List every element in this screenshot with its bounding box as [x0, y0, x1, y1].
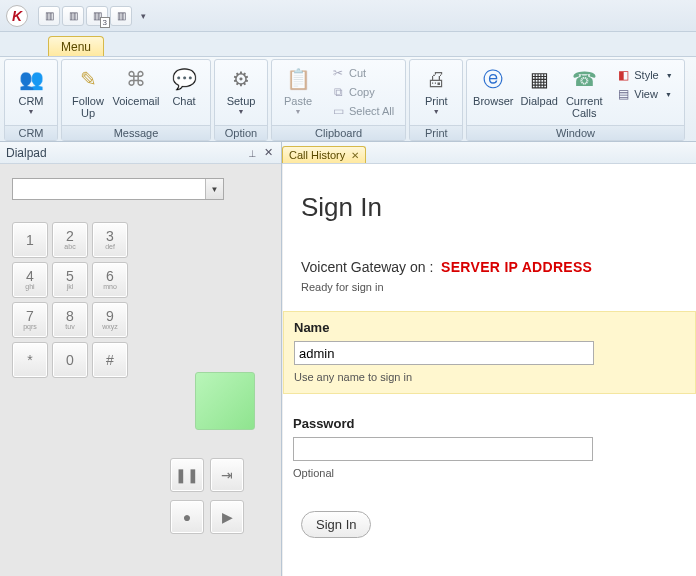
currentcalls-button[interactable]: ☎ Current Calls [561, 62, 607, 124]
key-5[interactable]: 5jkl [52, 262, 88, 298]
group-label-print: Print [410, 125, 462, 140]
tab-call-history[interactable]: Call History ✕ [282, 146, 366, 163]
page-title: Sign In [301, 192, 678, 223]
tab-menu[interactable]: Menu [48, 36, 104, 56]
setup-label: Setup [227, 95, 256, 107]
chat-button[interactable]: 💬 Chat [160, 62, 208, 124]
group-label-clipboard: Clipboard [272, 125, 405, 140]
close-icon[interactable]: ✕ [261, 146, 275, 159]
content-panel: Call History ✕ Sign In Voicent Gateway o… [282, 142, 696, 576]
group-label-message: Message [62, 125, 210, 140]
paste-label: Paste [284, 95, 312, 107]
qat-button-4[interactable]: ▥ [110, 6, 132, 26]
signin-page: Sign In Voicent Gateway on : SERVER IP A… [282, 164, 696, 576]
password-hint: Optional [293, 467, 686, 479]
voicemail-label: Voicemail [112, 95, 159, 107]
dialpad-icon: ▦ [525, 65, 553, 93]
followup-button[interactable]: ✎ Follow Up [64, 62, 112, 124]
select-icon: ▭ [331, 104, 345, 118]
signin-button[interactable]: Sign In [301, 511, 371, 538]
chat-icon: 💬 [170, 65, 198, 93]
cut-button[interactable]: ✂Cut [326, 64, 399, 82]
voicemail-icon: ⌘ [122, 65, 150, 93]
group-option: ⚙ Setup ▼ Option [214, 59, 268, 141]
voicemail-button[interactable]: ⌘ Voicemail [112, 62, 160, 124]
key-*[interactable]: * [12, 342, 48, 378]
dialpad-button[interactable]: ▦ Dialpad [517, 62, 561, 124]
pause-button[interactable]: ❚❚ [170, 458, 204, 492]
key-7[interactable]: 7pqrs [12, 302, 48, 338]
clipboard-icon: 📋 [284, 65, 312, 93]
print-button[interactable]: 🖨 Print ▼ [412, 62, 460, 124]
qat-button-1[interactable]: ▥ [38, 6, 60, 26]
gateway-line: Voicent Gateway on : SERVER IP ADDRESS [301, 259, 678, 275]
cut-label: Cut [349, 67, 366, 79]
dialpad-label: Dialpad [521, 95, 558, 107]
key-8[interactable]: 8tuv [52, 302, 88, 338]
dial-number-input[interactable] [13, 182, 205, 196]
qat-dropdown-icon[interactable]: ▾ [136, 11, 150, 21]
key-3[interactable]: 3def [92, 222, 128, 258]
style-label: Style [634, 69, 658, 81]
copy-icon: ⧉ [331, 85, 345, 99]
transfer-button[interactable]: ⇥ [210, 458, 244, 492]
gear-icon: ⚙ [227, 65, 255, 93]
group-label-crm: CRM [5, 125, 57, 140]
chevron-down-icon: ▼ [666, 72, 673, 79]
chevron-down-icon: ▼ [433, 108, 440, 115]
qat-button-2[interactable]: ▥ [62, 6, 84, 26]
record-button[interactable]: ● [170, 500, 204, 534]
browser-button[interactable]: ⓔ Browser [469, 62, 517, 124]
group-label-option: Option [215, 125, 267, 140]
app-icon[interactable]: K [6, 5, 28, 27]
group-window: ⓔ Browser ▦ Dialpad ☎ Current Calls ◧Sty… [466, 59, 684, 141]
keypad: 12abc3def4ghi5jkl6mno7pqrs8tuv9wxyz*0# [12, 222, 269, 378]
key-1[interactable]: 1 [12, 222, 48, 258]
password-input[interactable] [293, 437, 593, 461]
key-#[interactable]: # [92, 342, 128, 378]
chevron-down-icon: ▼ [238, 108, 245, 115]
group-crm: 👥 CRM ▼ CRM [4, 59, 58, 141]
qat-button-3[interactable]: ▥3 [86, 6, 108, 26]
key-9[interactable]: 9wxyz [92, 302, 128, 338]
chevron-down-icon: ▼ [295, 108, 302, 115]
pencil-icon: ✎ [74, 65, 102, 93]
selectall-label: Select All [349, 105, 394, 117]
view-label: View [634, 88, 658, 100]
copy-button[interactable]: ⧉Copy [326, 83, 399, 101]
play-button[interactable]: ▶ [210, 500, 244, 534]
style-button[interactable]: ◧Style▼ [611, 66, 677, 84]
document-tabstrip: Call History ✕ [282, 142, 696, 164]
call-button[interactable] [195, 372, 255, 430]
view-button[interactable]: ▤View▼ [611, 85, 677, 103]
key-6[interactable]: 6mno [92, 262, 128, 298]
dialpad-title: Dialpad [6, 146, 47, 160]
key-2[interactable]: 2abc [52, 222, 88, 258]
people-icon: 👥 [17, 65, 45, 93]
pin-icon[interactable]: ⟂ [245, 147, 259, 159]
workspace: Dialpad ⟂ ✕ ▼ 12abc3def4ghi5jkl6mno7pqrs… [0, 142, 696, 576]
key-0[interactable]: 0 [52, 342, 88, 378]
name-label: Name [294, 320, 685, 335]
dial-input-wrapper: ▼ [12, 178, 224, 200]
password-block: Password Optional [283, 408, 696, 489]
qat-badge: 3 [100, 17, 110, 28]
browser-label: Browser [473, 95, 513, 107]
name-input[interactable] [294, 341, 594, 365]
selectall-button[interactable]: ▭Select All [326, 102, 399, 120]
followup-label: Follow Up [72, 95, 104, 119]
palette-icon: ◧ [616, 68, 630, 82]
key-4[interactable]: 4ghi [12, 262, 48, 298]
paste-button[interactable]: 📋 Paste ▼ [274, 62, 322, 124]
print-label: Print [425, 95, 448, 107]
currentcalls-label: Current Calls [566, 95, 603, 119]
crm-button[interactable]: 👥 CRM ▼ [7, 62, 55, 124]
dial-dropdown-icon[interactable]: ▼ [205, 179, 223, 199]
close-tab-icon[interactable]: ✕ [351, 150, 359, 161]
crm-label: CRM [18, 95, 43, 107]
setup-button[interactable]: ⚙ Setup ▼ [217, 62, 265, 124]
chevron-down-icon: ▼ [665, 91, 672, 98]
name-hint: Use any name to sign in [294, 371, 685, 383]
printer-icon: 🖨 [422, 65, 450, 93]
group-label-window: Window [467, 125, 683, 140]
